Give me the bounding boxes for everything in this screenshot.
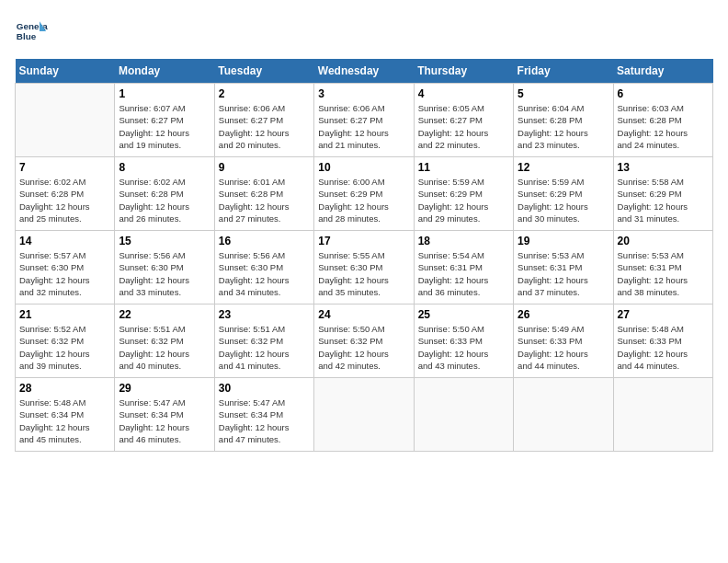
day-header-saturday: Saturday — [613, 59, 712, 84]
calendar-week-3: 14Sunrise: 5:57 AM Sunset: 6:30 PM Dayli… — [16, 231, 713, 304]
calendar-cell: 27Sunrise: 5:48 AM Sunset: 6:33 PM Dayli… — [613, 304, 712, 378]
day-info: Sunrise: 5:52 AM Sunset: 6:32 PM Dayligh… — [19, 323, 110, 372]
calendar-cell: 28Sunrise: 5:48 AM Sunset: 6:34 PM Dayli… — [16, 378, 115, 452]
calendar-cell — [613, 378, 712, 452]
day-number: 6 — [618, 87, 709, 100]
day-number: 18 — [418, 235, 509, 247]
day-number: 2 — [219, 87, 310, 100]
day-number: 3 — [318, 87, 409, 100]
day-number: 14 — [19, 235, 110, 247]
calendar-cell: 6Sunrise: 6:03 AM Sunset: 6:28 PM Daylig… — [613, 84, 712, 157]
day-number: 13 — [618, 161, 709, 174]
day-info: Sunrise: 5:50 AM Sunset: 6:32 PM Dayligh… — [318, 323, 409, 372]
calendar-table: SundayMondayTuesdayWednesdayThursdayFrid… — [15, 59, 713, 452]
day-info: Sunrise: 5:55 AM Sunset: 6:30 PM Dayligh… — [318, 249, 409, 298]
day-header-monday: Monday — [115, 59, 214, 84]
day-info: Sunrise: 5:58 AM Sunset: 6:29 PM Dayligh… — [618, 176, 709, 224]
svg-text:Blue: Blue — [17, 31, 37, 41]
day-info: Sunrise: 6:03 AM Sunset: 6:28 PM Dayligh… — [618, 102, 709, 151]
calendar-cell: 8Sunrise: 6:02 AM Sunset: 6:28 PM Daylig… — [115, 157, 214, 231]
day-info: Sunrise: 6:06 AM Sunset: 6:27 PM Dayligh… — [318, 102, 409, 151]
calendar-cell — [514, 378, 613, 452]
calendar-cell: 30Sunrise: 5:47 AM Sunset: 6:34 PM Dayli… — [214, 378, 313, 452]
calendar-cell: 26Sunrise: 5:49 AM Sunset: 6:33 PM Dayli… — [514, 304, 613, 378]
day-number: 4 — [418, 87, 509, 100]
day-info: Sunrise: 6:07 AM Sunset: 6:27 PM Dayligh… — [119, 102, 210, 151]
day-info: Sunrise: 6:01 AM Sunset: 6:28 PM Dayligh… — [219, 176, 310, 224]
calendar-cell: 24Sunrise: 5:50 AM Sunset: 6:32 PM Dayli… — [314, 304, 414, 378]
day-info: Sunrise: 5:59 AM Sunset: 6:29 PM Dayligh… — [418, 176, 509, 224]
calendar-cell: 13Sunrise: 5:58 AM Sunset: 6:29 PM Dayli… — [613, 157, 712, 231]
day-number: 10 — [318, 161, 409, 174]
calendar-cell: 4Sunrise: 6:05 AM Sunset: 6:27 PM Daylig… — [414, 84, 513, 157]
day-number: 1 — [119, 87, 210, 100]
day-info: Sunrise: 5:57 AM Sunset: 6:30 PM Dayligh… — [19, 249, 110, 298]
day-number: 27 — [618, 308, 709, 321]
calendar-cell — [16, 84, 115, 157]
calendar-cell: 3Sunrise: 6:06 AM Sunset: 6:27 PM Daylig… — [314, 84, 414, 157]
day-info: Sunrise: 6:00 AM Sunset: 6:29 PM Dayligh… — [318, 176, 409, 224]
calendar-cell — [414, 378, 513, 452]
day-info: Sunrise: 6:05 AM Sunset: 6:27 PM Dayligh… — [418, 102, 509, 151]
calendar-cell: 17Sunrise: 5:55 AM Sunset: 6:30 PM Dayli… — [314, 231, 414, 304]
calendar-cell: 7Sunrise: 6:02 AM Sunset: 6:28 PM Daylig… — [16, 157, 115, 231]
calendar-cell: 22Sunrise: 5:51 AM Sunset: 6:32 PM Dayli… — [115, 304, 214, 378]
day-info: Sunrise: 6:02 AM Sunset: 6:28 PM Dayligh… — [119, 176, 210, 224]
day-header-wednesday: Wednesday — [314, 59, 414, 84]
calendar-cell: 10Sunrise: 6:00 AM Sunset: 6:29 PM Dayli… — [314, 157, 414, 231]
day-info: Sunrise: 5:53 AM Sunset: 6:31 PM Dayligh… — [518, 249, 609, 298]
logo: General Blue — [15, 15, 48, 48]
calendar-week-5: 28Sunrise: 5:48 AM Sunset: 6:34 PM Dayli… — [16, 378, 713, 452]
day-info: Sunrise: 5:51 AM Sunset: 6:32 PM Dayligh… — [119, 323, 210, 372]
day-number: 21 — [19, 308, 110, 321]
day-info: Sunrise: 5:56 AM Sunset: 6:30 PM Dayligh… — [119, 249, 210, 298]
day-number: 22 — [119, 308, 210, 321]
day-number: 17 — [318, 235, 409, 247]
calendar-week-2: 7Sunrise: 6:02 AM Sunset: 6:28 PM Daylig… — [16, 157, 713, 231]
day-number: 8 — [119, 161, 210, 174]
day-number: 11 — [418, 161, 509, 174]
calendar-cell: 21Sunrise: 5:52 AM Sunset: 6:32 PM Dayli… — [16, 304, 115, 378]
calendar-cell — [314, 378, 414, 452]
day-number: 5 — [518, 87, 609, 100]
day-info: Sunrise: 5:47 AM Sunset: 6:34 PM Dayligh… — [119, 396, 210, 445]
day-number: 29 — [119, 382, 210, 395]
day-info: Sunrise: 6:02 AM Sunset: 6:28 PM Dayligh… — [19, 176, 110, 224]
day-info: Sunrise: 6:04 AM Sunset: 6:28 PM Dayligh… — [518, 102, 609, 151]
day-header-tuesday: Tuesday — [214, 59, 313, 84]
day-number: 9 — [219, 161, 310, 174]
day-header-friday: Friday — [514, 59, 613, 84]
day-number: 28 — [19, 382, 110, 395]
day-header-thursday: Thursday — [414, 59, 513, 84]
day-number: 20 — [618, 235, 709, 247]
day-info: Sunrise: 5:53 AM Sunset: 6:31 PM Dayligh… — [618, 249, 709, 298]
day-number: 25 — [418, 308, 509, 321]
day-info: Sunrise: 5:59 AM Sunset: 6:29 PM Dayligh… — [518, 176, 609, 224]
day-number: 23 — [219, 308, 310, 321]
day-info: Sunrise: 6:06 AM Sunset: 6:27 PM Dayligh… — [219, 102, 310, 151]
day-info: Sunrise: 5:49 AM Sunset: 6:33 PM Dayligh… — [518, 323, 609, 372]
day-info: Sunrise: 5:50 AM Sunset: 6:33 PM Dayligh… — [418, 323, 509, 372]
calendar-cell: 12Sunrise: 5:59 AM Sunset: 6:29 PM Dayli… — [514, 157, 613, 231]
calendar-cell: 18Sunrise: 5:54 AM Sunset: 6:31 PM Dayli… — [414, 231, 513, 304]
calendar-cell: 2Sunrise: 6:06 AM Sunset: 6:27 PM Daylig… — [214, 84, 313, 157]
day-number: 30 — [219, 382, 310, 395]
header-row: SundayMondayTuesdayWednesdayThursdayFrid… — [16, 59, 713, 84]
calendar-week-4: 21Sunrise: 5:52 AM Sunset: 6:32 PM Dayli… — [16, 304, 713, 378]
day-info: Sunrise: 5:48 AM Sunset: 6:33 PM Dayligh… — [618, 323, 709, 372]
page-header: General Blue — [15, 15, 713, 48]
calendar-cell: 9Sunrise: 6:01 AM Sunset: 6:28 PM Daylig… — [214, 157, 313, 231]
day-info: Sunrise: 5:51 AM Sunset: 6:32 PM Dayligh… — [219, 323, 310, 372]
day-number: 16 — [219, 235, 310, 247]
day-number: 7 — [19, 161, 110, 174]
logo-icon: General Blue — [15, 15, 48, 48]
calendar-cell: 23Sunrise: 5:51 AM Sunset: 6:32 PM Dayli… — [214, 304, 313, 378]
day-number: 15 — [119, 235, 210, 247]
calendar-cell: 11Sunrise: 5:59 AM Sunset: 6:29 PM Dayli… — [414, 157, 513, 231]
day-number: 19 — [518, 235, 609, 247]
calendar-cell: 19Sunrise: 5:53 AM Sunset: 6:31 PM Dayli… — [514, 231, 613, 304]
calendar-cell: 16Sunrise: 5:56 AM Sunset: 6:30 PM Dayli… — [214, 231, 313, 304]
calendar-cell: 29Sunrise: 5:47 AM Sunset: 6:34 PM Dayli… — [115, 378, 214, 452]
day-header-sunday: Sunday — [16, 59, 115, 84]
calendar-cell: 5Sunrise: 6:04 AM Sunset: 6:28 PM Daylig… — [514, 84, 613, 157]
